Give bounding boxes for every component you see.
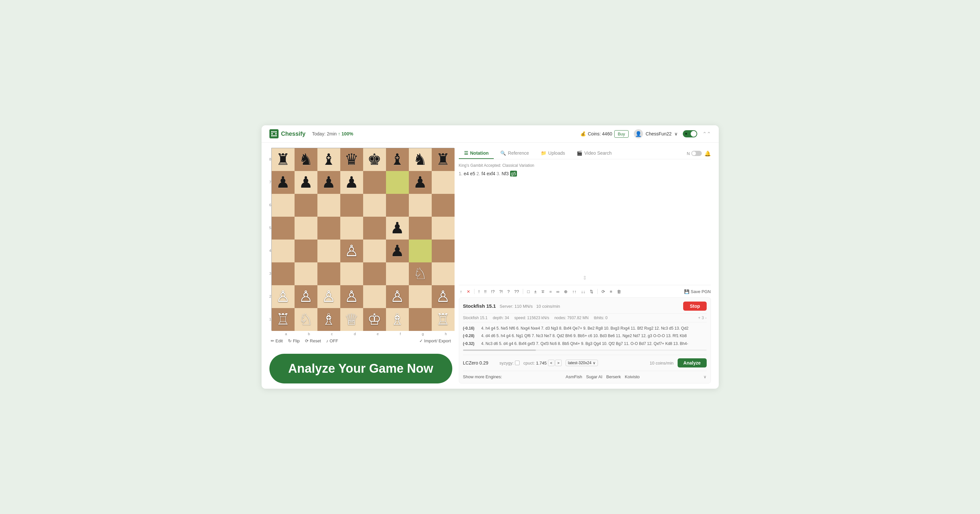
square[interactable] xyxy=(363,171,386,194)
square[interactable]: ♜ xyxy=(272,148,294,171)
ann-up-btn[interactable]: ↑ xyxy=(459,289,464,295)
square[interactable] xyxy=(409,240,432,262)
square[interactable] xyxy=(294,217,317,240)
ann-eq-btn[interactable]: = xyxy=(548,289,553,295)
square[interactable] xyxy=(272,240,294,262)
square[interactable]: ♟ xyxy=(340,171,363,194)
ann-x-btn[interactable]: ✕ xyxy=(465,289,472,295)
buy-button[interactable]: Buy xyxy=(614,130,628,138)
square[interactable] xyxy=(340,262,363,285)
square[interactable] xyxy=(386,194,409,217)
chess-piece[interactable]: ♙ xyxy=(345,243,359,259)
chess-piece[interactable]: ♜ xyxy=(276,152,290,167)
chess-piece[interactable]: ♙ xyxy=(436,289,450,305)
chess-piece[interactable]: ♟ xyxy=(322,175,336,190)
line-moves-1[interactable]: 4. h4 g4 5. Ne5 Nf6 6. Nxg4 Nxe4 7. d3 N… xyxy=(481,325,689,332)
square[interactable]: ♙ xyxy=(340,240,363,262)
resize-handle[interactable]: ⇕ xyxy=(459,273,711,282)
chess-piece[interactable]: ♙ xyxy=(276,289,290,305)
square[interactable]: ♟ xyxy=(294,171,317,194)
chess-board[interactable]: ♜♞♝♛♚♝♞♜♟♟♟♟♟♟♙♟♘♙♙♙♙♙♙♖♘♗♕♔♗♖ xyxy=(271,148,454,331)
model-select[interactable]: latest-320x24 ∨ xyxy=(566,360,598,366)
square[interactable] xyxy=(409,285,432,308)
move-2b[interactable]: exf4 xyxy=(487,171,496,176)
square[interactable]: ♕ xyxy=(340,308,363,331)
ann-inf-btn[interactable]: ∞ xyxy=(555,289,561,295)
sound-button[interactable]: ♪ OFF xyxy=(326,338,338,343)
chess-piece[interactable]: ♞ xyxy=(299,152,313,167)
square[interactable]: ♚ xyxy=(363,148,386,171)
square[interactable]: ♖ xyxy=(272,308,294,331)
engine-berserk[interactable]: Berserk xyxy=(606,374,621,379)
move-3w[interactable]: Nf3 xyxy=(501,171,509,176)
chess-piece[interactable]: ♟ xyxy=(390,220,404,236)
chess-piece[interactable]: ♛ xyxy=(345,152,359,167)
square[interactable]: ♘ xyxy=(409,262,432,285)
chess-piece[interactable]: ♙ xyxy=(390,289,404,305)
chess-piece[interactable]: ♜ xyxy=(436,152,450,167)
square[interactable]: ♞ xyxy=(409,148,432,171)
chess-piece[interactable]: ♕ xyxy=(345,312,359,327)
square[interactable] xyxy=(432,262,455,285)
import-export-button[interactable]: ✓ Import/ Export xyxy=(419,338,451,343)
square[interactable] xyxy=(272,194,294,217)
engine-koivisto[interactable]: Koivisto xyxy=(625,374,640,379)
ann-mp-btn[interactable]: ∓ xyxy=(540,289,546,295)
ann-plus-btn[interactable]: ⊕ xyxy=(563,289,569,295)
square[interactable]: ♗ xyxy=(386,308,409,331)
square[interactable] xyxy=(317,262,340,285)
square[interactable] xyxy=(363,262,386,285)
ann-lines-btn[interactable]: ≡ xyxy=(608,289,614,295)
square[interactable] xyxy=(272,217,294,240)
square[interactable] xyxy=(409,194,432,217)
cta-banner[interactable]: Analyze Your Game Now xyxy=(269,354,452,384)
ann-1-btn[interactable]: ! xyxy=(477,289,481,295)
ann-11-btn[interactable]: !! xyxy=(483,289,488,295)
flip-button[interactable]: ↻ Flip xyxy=(288,338,300,343)
ann-delete-btn[interactable]: 🗑 xyxy=(616,289,622,295)
stop-button[interactable]: Stop xyxy=(683,301,706,311)
square[interactable]: ♟ xyxy=(386,240,409,262)
square[interactable] xyxy=(340,194,363,217)
ann-1q-btn[interactable]: !? xyxy=(490,289,496,295)
square[interactable] xyxy=(432,240,455,262)
chess-piece[interactable]: ♘ xyxy=(413,266,427,282)
square[interactable] xyxy=(432,194,455,217)
square[interactable]: ♛ xyxy=(340,148,363,171)
save-pgn-button[interactable]: 💾 Save PGN xyxy=(684,289,711,294)
square[interactable]: ♙ xyxy=(317,285,340,308)
square[interactable]: ♟ xyxy=(386,217,409,240)
square[interactable]: ♟ xyxy=(272,171,294,194)
move-1w[interactable]: e4 xyxy=(464,171,469,176)
square[interactable]: ♙ xyxy=(272,285,294,308)
engine-scroll-bar[interactable] xyxy=(463,349,707,351)
collapse-icon[interactable]: ⌃⌃ xyxy=(702,131,711,137)
square[interactable]: ♙ xyxy=(386,285,409,308)
ann-dd-btn[interactable]: ↓↓ xyxy=(580,289,587,295)
edit-button[interactable]: ✏ Edit xyxy=(271,338,283,343)
square[interactable]: ♗ xyxy=(317,308,340,331)
engine-asmfish[interactable]: AsmFish xyxy=(566,374,582,379)
chess-piece[interactable]: ♘ xyxy=(299,312,313,327)
n-switch[interactable] xyxy=(691,151,702,156)
chess-piece[interactable]: ♟ xyxy=(345,175,359,190)
square[interactable] xyxy=(294,194,317,217)
square[interactable] xyxy=(386,171,409,194)
square[interactable]: ♔ xyxy=(363,308,386,331)
theme-toggle[interactable]: ☀ xyxy=(683,130,697,137)
tab-reference[interactable]: 🔍 Reference xyxy=(495,148,534,159)
chess-piece[interactable]: ♔ xyxy=(368,312,382,327)
chess-piece[interactable]: ♞ xyxy=(413,152,427,167)
bell-icon[interactable]: 🔔 xyxy=(705,151,711,157)
chess-piece[interactable]: ♟ xyxy=(413,175,427,190)
square[interactable]: ♙ xyxy=(340,285,363,308)
line-moves-2[interactable]: 4. d4 d6 5. h4 g4 6. Ng1 Qf6 7. Nc3 Ne7 … xyxy=(481,333,687,339)
chess-piece[interactable]: ♗ xyxy=(390,312,404,327)
line-moves-3[interactable]: 4. Nc3 d6 5. d4 g4 6. Bxf4 gxf3 7. Qxf3 … xyxy=(481,340,688,347)
square[interactable] xyxy=(317,194,340,217)
square[interactable]: ♘ xyxy=(294,308,317,331)
square[interactable] xyxy=(432,171,455,194)
chess-piece[interactable]: ♙ xyxy=(299,289,313,305)
square[interactable] xyxy=(363,240,386,262)
square[interactable]: ♙ xyxy=(432,285,455,308)
